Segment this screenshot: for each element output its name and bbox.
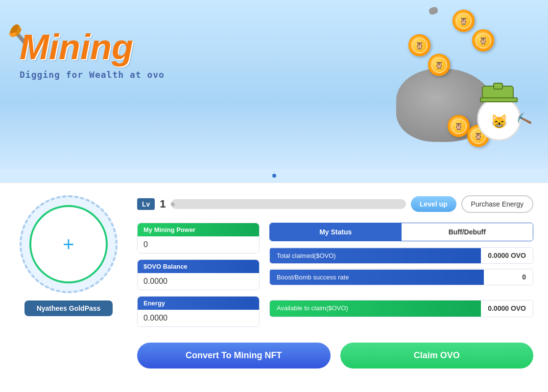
carousel-dot-1[interactable]	[272, 174, 276, 178]
mining-power-card: My Mining Power 0	[137, 223, 260, 254]
boost-bomb-value: 0	[484, 269, 533, 285]
coin-5: 🦉	[448, 115, 470, 137]
right-panel: Lv 1 0% Level up Purchase Energy My Mini…	[137, 195, 533, 369]
lv-badge: Lv	[137, 198, 155, 210]
energy-card: Energy 0.0000	[137, 296, 260, 327]
hero-title-area: Mining Digging for Wealth at ovo	[20, 29, 165, 80]
nft-slot-inner[interactable]: +	[29, 205, 108, 283]
level-up-button[interactable]: Level up	[411, 196, 456, 212]
action-buttons: Convert To Mining NFT Claim OVO	[137, 343, 533, 369]
info-icon[interactable]: i	[352, 305, 359, 313]
energy-value: 0.0000	[138, 310, 259, 326]
level-bar: Lv 1 0% Level up Purchase Energy	[137, 195, 533, 213]
mining-title: Mining	[20, 29, 165, 65]
available-claim-label: Available to claim($OVO) i	[270, 300, 481, 317]
lv-number: 1	[160, 198, 166, 210]
main-content: + Nyathees GoldPass Lv 1 0% Level up Pur…	[0, 183, 548, 392]
energy-label: Energy	[138, 297, 259, 310]
available-claim-row: Available to claim($OVO) i 0.0000 OVO	[269, 300, 533, 317]
boost-bomb-row: Boost/Bomb success rate 0	[269, 269, 533, 285]
status-tabs: My Status Buff/Debuff	[269, 223, 533, 241]
ovo-balance-value: 0.0000	[138, 273, 259, 290]
available-claim-value: 0.0000 OVO	[481, 300, 533, 316]
ovo-balance-label: $OVO Balance	[138, 260, 259, 273]
content-wrapper: + Nyathees GoldPass Lv 1 0% Level up Pur…	[15, 195, 533, 369]
boost-bomb-label: Boost/Bomb success rate	[270, 270, 484, 285]
cat-character: 😸 ⛏️	[475, 83, 528, 147]
purchase-energy-button[interactable]: Purchase Energy	[461, 195, 533, 213]
coin-4: 🦉	[428, 54, 450, 76]
rock-chip	[428, 6, 439, 15]
hero-banner: Mining Digging for Wealth at ovo 🦉 🦉 🦉 🦉…	[0, 0, 548, 169]
progress-percent: 0%	[171, 201, 175, 207]
goldpass-badge: Nyathees GoldPass	[24, 300, 113, 316]
convert-button[interactable]: Convert To Mining NFT	[137, 343, 331, 369]
nft-slot[interactable]: +	[20, 195, 118, 293]
total-claimed-row: Total claimed($OVO) 0.0000 OVO	[269, 247, 533, 264]
stats-panel: My Mining Power 0 $OVO Balance 0.0000 En…	[137, 223, 260, 333]
status-spacer	[269, 290, 533, 300]
claim-button[interactable]: Claim OVO	[340, 343, 534, 369]
hero-subtitle: Digging for Wealth at ovo	[20, 69, 165, 80]
stats-status-row: My Mining Power 0 $OVO Balance 0.0000 En…	[137, 223, 533, 333]
mining-power-value: 0	[138, 236, 259, 253]
ovo-balance-card: $OVO Balance 0.0000	[137, 259, 260, 290]
coin-1: 🦉	[453, 10, 475, 32]
coin-2: 🦉	[408, 34, 430, 56]
total-claimed-value: 0.0000 OVO	[481, 248, 533, 263]
nft-panel: + Nyathees GoldPass	[15, 195, 122, 316]
tab-my-status[interactable]: My Status	[270, 223, 402, 241]
total-claimed-label: Total claimed($OVO)	[270, 248, 481, 263]
add-nft-icon: +	[63, 234, 74, 254]
progress-bar-container: 0%	[171, 199, 406, 209]
status-panel: My Status Buff/Debuff Total claimed($OVO…	[269, 223, 533, 322]
mining-power-label: My Mining Power	[138, 223, 259, 236]
carousel-dots	[0, 169, 548, 183]
tab-buff-debuff[interactable]: Buff/Debuff	[402, 223, 533, 241]
hero-illustration: 🦉 🦉 🦉 🦉 🦉 🦉	[313, 5, 533, 157]
coin-3: 🦉	[472, 29, 494, 51]
